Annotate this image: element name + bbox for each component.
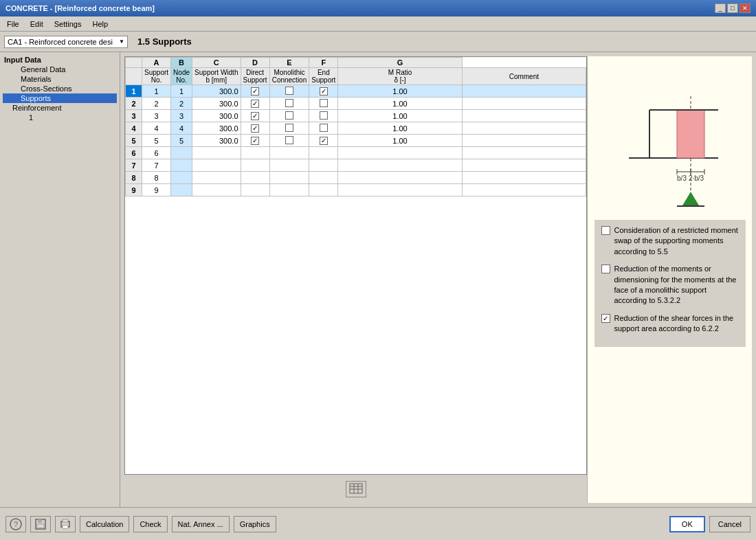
menu-settings[interactable]: Settings [50,19,86,30]
width-cell[interactable] [192,159,241,172]
end-support-cell[interactable] [309,110,338,122]
checkbox[interactable] [251,100,259,108]
end-support-cell[interactable] [309,159,338,172]
direct-support-cell[interactable] [241,147,269,159]
checkbox[interactable] [320,124,328,132]
node-no-cell[interactable]: 4 [171,122,192,135]
menu-file[interactable]: File [3,19,23,30]
end-support-cell[interactable] [309,172,338,184]
node-no-cell[interactable]: 2 [171,98,192,110]
monolithic-cell[interactable] [269,172,309,184]
support-no-cell[interactable]: 1 [142,85,171,98]
comment-cell[interactable] [462,122,586,135]
checkbox[interactable] [251,112,259,120]
mratio-cell[interactable]: 1.00 [338,85,462,98]
width-cell[interactable]: 300.0 [192,110,241,122]
node-no-cell[interactable] [171,147,192,159]
minimize-button[interactable]: _ [715,3,726,13]
monolithic-cell[interactable] [269,184,309,196]
direct-support-cell[interactable] [241,135,269,147]
menu-help[interactable]: Help [88,19,112,30]
comment-cell[interactable] [462,98,586,110]
print-button[interactable] [55,516,76,532]
ok-button[interactable]: OK [669,516,705,532]
end-support-cell[interactable] [309,147,338,159]
end-support-cell[interactable] [309,135,338,147]
mratio-cell[interactable]: 1.00 [338,98,462,110]
node-no-cell[interactable]: 5 [171,135,192,147]
data-table-wrapper[interactable]: A B C D E F G Support [124,56,587,475]
monolithic-cell[interactable] [269,110,309,122]
width-cell[interactable]: 300.0 [192,98,241,110]
support-no-cell[interactable]: 4 [142,122,171,135]
checkbox[interactable] [320,137,328,145]
nat-annex-button[interactable]: Nat. Annex ... [172,516,230,532]
cancel-button[interactable]: Cancel [709,516,751,532]
width-cell[interactable]: 300.0 [192,85,241,98]
width-cell[interactable]: 300.0 [192,135,241,147]
mratio-cell[interactable]: 1.00 [338,110,462,122]
direct-support-cell[interactable] [241,110,269,122]
option-checkbox-1[interactable] [601,226,610,235]
support-no-cell[interactable]: 7 [142,159,171,172]
sidebar-item-reinforcement-1[interactable]: 1 [3,113,117,122]
support-no-cell[interactable]: 5 [142,135,171,147]
support-no-cell[interactable]: 9 [142,184,171,196]
end-support-cell[interactable] [309,122,338,135]
sidebar-item-general-data[interactable]: General Data [3,65,117,74]
support-no-cell[interactable]: 8 [142,172,171,184]
direct-support-cell[interactable] [241,172,269,184]
direct-support-cell[interactable] [241,85,269,98]
table-edit-button[interactable] [346,481,366,497]
monolithic-cell[interactable] [269,159,309,172]
comment-cell[interactable] [462,172,586,184]
sidebar-item-materials[interactable]: Materials [3,74,117,84]
close-button[interactable]: ✕ [740,3,751,13]
checkbox[interactable] [320,87,328,95]
checkbox[interactable] [251,137,259,145]
monolithic-cell[interactable] [269,98,309,110]
comment-cell[interactable] [462,147,586,159]
checkbox[interactable] [285,99,293,107]
maximize-button[interactable]: □ [727,3,738,13]
comment-cell[interactable] [462,135,586,147]
mratio-cell[interactable] [338,184,462,196]
width-cell[interactable] [192,184,241,196]
help-button[interactable]: ? [5,516,26,532]
width-cell[interactable] [192,147,241,159]
checkbox[interactable] [251,87,259,95]
mratio-cell[interactable] [338,147,462,159]
end-support-cell[interactable] [309,85,338,98]
support-no-cell[interactable]: 3 [142,110,171,122]
direct-support-cell[interactable] [241,122,269,135]
node-no-cell[interactable]: 3 [171,110,192,122]
check-button[interactable]: Check [133,516,167,532]
mratio-cell[interactable]: 1.00 [338,135,462,147]
checkbox[interactable] [251,124,259,133]
width-cell[interactable]: 300.0 [192,122,241,135]
support-no-cell[interactable]: 6 [142,147,171,159]
menu-edit[interactable]: Edit [26,19,47,30]
checkbox[interactable] [285,124,293,132]
checkbox[interactable] [285,136,293,144]
monolithic-cell[interactable] [269,147,309,159]
comment-cell[interactable] [462,85,586,98]
direct-support-cell[interactable] [241,159,269,172]
monolithic-cell[interactable] [269,135,309,147]
option-checkbox-2[interactable] [601,265,610,273]
direct-support-cell[interactable] [241,98,269,110]
save-button[interactable] [30,516,51,532]
direct-support-cell[interactable] [241,184,269,196]
case-dropdown[interactable]: CA1 - Reinforced concrete desi ▼ [4,36,128,48]
checkbox[interactable] [320,99,328,107]
monolithic-cell[interactable] [269,122,309,135]
checkbox[interactable] [320,111,328,120]
end-support-cell[interactable] [309,98,338,110]
width-cell[interactable] [192,172,241,184]
node-no-cell[interactable] [171,159,192,172]
sidebar-item-reinforcement[interactable]: Reinforcement [3,103,117,113]
mratio-cell[interactable] [338,159,462,172]
option-checkbox-3[interactable] [601,314,610,323]
end-support-cell[interactable] [309,184,338,196]
checkbox[interactable] [285,111,293,120]
